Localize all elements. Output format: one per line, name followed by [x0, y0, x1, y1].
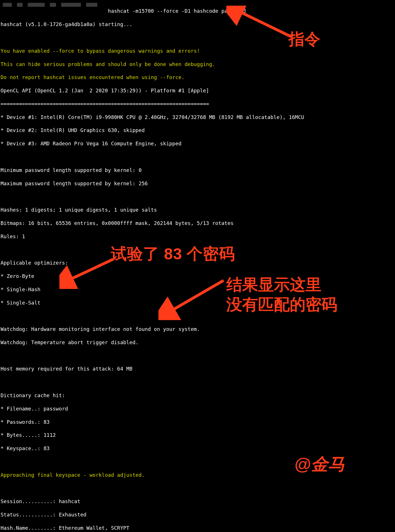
bitmaps-line: Bitmaps: 16 bits, 65536 entries, 0x0000f…: [1, 220, 394, 226]
optimizer-1: * Zero-Byte: [1, 273, 394, 279]
device-1-line: * Device #1: Intel(R) Core(TM) i9-9980HK…: [1, 114, 394, 120]
dict-keyspace: * Keyspace..: 83: [1, 445, 394, 452]
device-2-line: * Device #2: Intel(R) UHD Graphics 630, …: [1, 127, 394, 133]
prompt-line: hashcat -m15700 --force -D1 hashcode pas…: [1, 8, 394, 14]
optimizers-header: Applicable optimizers:: [1, 259, 394, 266]
warn-line-2: This can hide serious problems and shoul…: [1, 61, 394, 67]
status-status: Status...........: Exhausted: [1, 511, 394, 518]
dict-passwords: * Passwords.: 83: [1, 419, 394, 425]
dict-header: Dictionary cache hit:: [1, 392, 394, 399]
dict-filename: * Filename..: password: [1, 405, 394, 412]
dict-bytes: * Bytes.....: 1112: [1, 432, 394, 438]
watchdog-2: Watchdog: Temperature abort trigger disa…: [1, 339, 394, 346]
device-3-line: * Device #3: AMD Radeon Pro Vega 16 Comp…: [1, 140, 394, 147]
rule-line: ========================================…: [1, 101, 394, 107]
hostmem-line: Host memory required for this attack: 64…: [1, 365, 394, 372]
warn-line-3: Do not report hashcat issues encountered…: [1, 74, 394, 80]
watchdog-1: Watchdog: Hardware monitoring interface …: [1, 326, 394, 332]
rules-line: Rules: 1: [1, 233, 394, 240]
redacted-prompt: [1, 1, 126, 8]
terminal-output: hashcat -m15700 --force -D1 hashcode pas…: [0, 0, 395, 532]
warn-line-1: You have enabled --force to bypass dange…: [1, 48, 394, 54]
optimizer-3: * Single-Salt: [1, 299, 394, 306]
starting-line: hashcat (v5.1.0-1726-ga4db1a0a) starting…: [1, 21, 394, 27]
status-session: Session..........: hashcat: [1, 498, 394, 505]
max-pwd-line: Maximum password length supported by ker…: [1, 180, 394, 187]
optimizer-2: * Single-Hash: [1, 286, 394, 293]
opencl-line: OpenCL API (OpenCL 1.2 (Jan 2 2020 17:35…: [1, 87, 394, 94]
status-hashname: Hash.Name........: Ethereum Wallet, SCRY…: [1, 525, 394, 531]
approach-line: Approaching final keyspace - workload ad…: [1, 472, 394, 478]
min-pwd-line: Minimum password length supported by ker…: [1, 167, 394, 173]
hashes-line: Hashes: 1 digests; 1 unique digests, 1 u…: [1, 207, 394, 213]
